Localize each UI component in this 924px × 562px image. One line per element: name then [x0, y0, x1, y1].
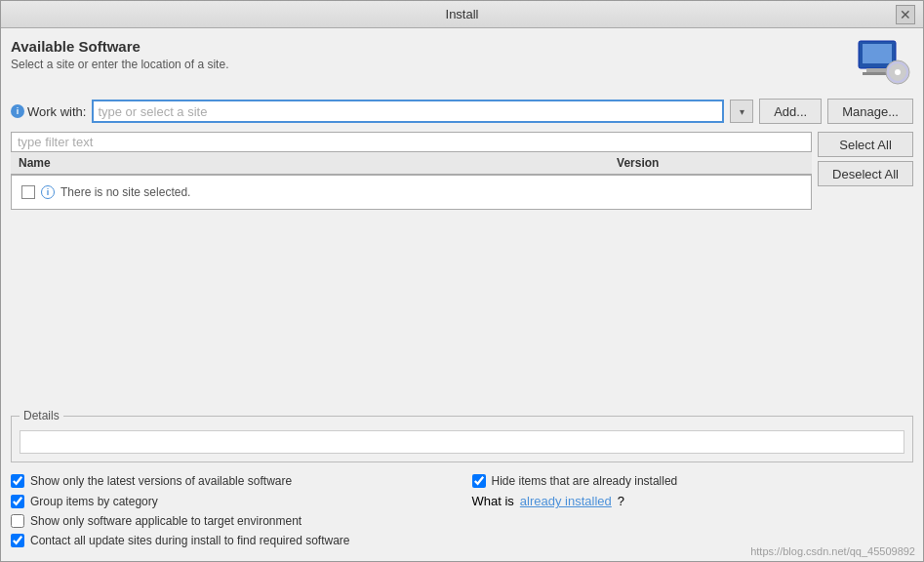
item-checkbox[interactable] — [21, 185, 35, 199]
empty-cell — [472, 514, 914, 528]
manage-button[interactable]: Manage... — [827, 99, 913, 124]
no-site-message: There is no site selected. — [60, 185, 190, 199]
work-with-label: i Work with: — [11, 104, 86, 119]
checkbox-row-target-env: Show only software applicable to target … — [11, 514, 453, 528]
deselect-all-button[interactable]: Deselect All — [818, 161, 913, 186]
checkbox-row-show-latest: Show only the latest versions of availab… — [11, 474, 453, 488]
right-buttons: Select All Deselect All — [818, 132, 913, 186]
svg-point-5 — [895, 69, 901, 75]
details-content — [20, 430, 904, 454]
software-icon — [857, 39, 911, 86]
select-all-button[interactable]: Select All — [818, 132, 913, 157]
list-item: i There is no site selected. — [18, 183, 805, 201]
contact-sites-label[interactable]: Contact all update sites during install … — [30, 534, 350, 547]
what-is-text: What is — [472, 494, 514, 508]
checkbox-row-group-category: Group items by category — [11, 494, 453, 508]
checkbox-row-what-is: What is already installed ? — [472, 494, 914, 508]
svg-rect-2 — [866, 68, 886, 72]
item-info-icon: i — [41, 185, 55, 199]
add-button[interactable]: Add... — [759, 99, 822, 124]
site-dropdown-button[interactable]: ▾ — [730, 100, 753, 123]
software-tree: i There is no site selected. — [11, 175, 812, 210]
filter-and-buttons: Name Version i There is no site selected… — [11, 132, 913, 210]
work-with-input[interactable] — [92, 100, 724, 123]
checkbox-row-hide-installed: Hide items that are already installed — [472, 474, 914, 488]
group-category-label[interactable]: Group items by category — [30, 495, 158, 508]
filter-and-tree: Name Version i There is no site selected… — [11, 132, 812, 210]
tree-content: i There is no site selected. — [12, 176, 811, 209]
watermark: https://blog.csdn.net/qq_45509892 — [750, 545, 915, 557]
group-category-checkbox[interactable] — [11, 495, 24, 508]
dialog-title: Install — [28, 7, 896, 21]
work-with-row: i Work with: ▾ Add... Manage... — [11, 99, 913, 124]
details-legend: Details — [20, 409, 63, 422]
col-version-header: Version — [613, 154, 808, 172]
show-latest-checkbox[interactable] — [11, 474, 24, 488]
title-bar: Install ✕ — [1, 1, 923, 28]
hide-installed-label[interactable]: Hide items that are already installed — [492, 474, 678, 488]
main-section: Name Version i There is no site selected… — [11, 132, 913, 397]
details-section: Details — [11, 409, 913, 462]
already-installed-link[interactable]: already installed — [520, 494, 612, 508]
subtitle: Select a site or enter the location of a… — [11, 58, 228, 71]
table-header: Name Version — [11, 152, 812, 175]
col-name-header: Name — [15, 154, 613, 172]
filter-input[interactable] — [11, 132, 812, 152]
hide-installed-checkbox[interactable] — [472, 474, 486, 488]
header-text: Available Software Select a site or ente… — [11, 38, 228, 71]
page-title: Available Software — [11, 38, 228, 55]
target-env-label[interactable]: Show only software applicable to target … — [30, 514, 301, 528]
close-button[interactable]: ✕ — [896, 5, 915, 24]
install-dialog: Install ✕ Available Software Select a si… — [0, 0, 924, 562]
info-icon: i — [11, 104, 24, 118]
svg-rect-1 — [863, 44, 892, 63]
contact-sites-checkbox[interactable] — [11, 534, 24, 547]
show-latest-label[interactable]: Show only the latest versions of availab… — [30, 474, 292, 488]
header-section: Available Software Select a site or ente… — [11, 38, 913, 87]
checkboxes-area: Show only the latest versions of availab… — [11, 470, 913, 551]
question-mark: ? — [618, 494, 624, 508]
header-icon — [855, 38, 913, 87]
target-env-checkbox[interactable] — [11, 514, 24, 528]
content-area: Available Software Select a site or ente… — [1, 28, 923, 561]
